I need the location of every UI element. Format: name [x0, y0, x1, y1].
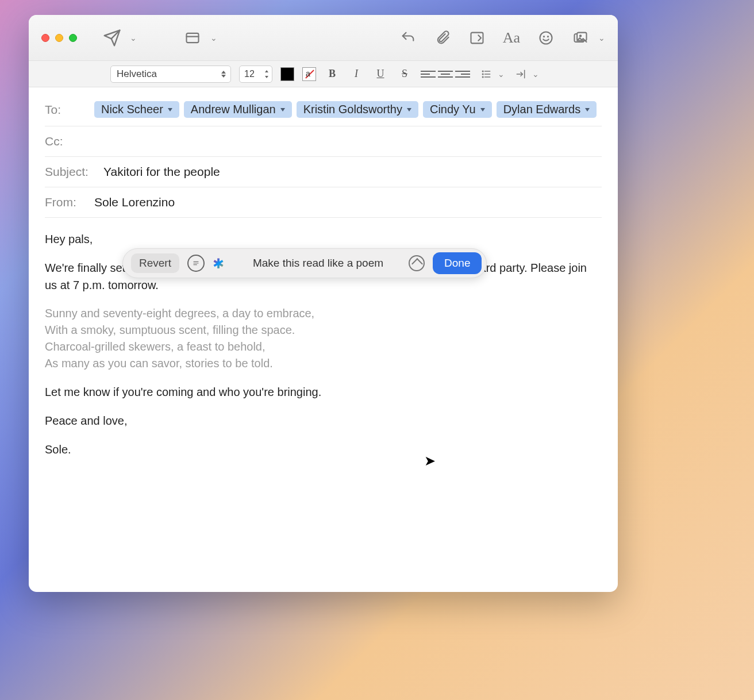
poem-line: As many as you can savor, stories to be …	[45, 355, 602, 372]
attach-button[interactable]	[430, 26, 455, 50]
markup-button[interactable]	[465, 26, 489, 50]
done-button[interactable]: Done	[433, 252, 482, 274]
subject-row[interactable]: Subject: Yakitori for the people	[45, 157, 602, 187]
from-label: From:	[45, 195, 86, 209]
photo-browser-button[interactable]	[568, 26, 593, 50]
align-left-button[interactable]	[421, 68, 436, 80]
subject-value: Yakitori for the people	[103, 165, 220, 179]
header-fields-dropdown[interactable]: ⌄	[210, 33, 217, 43]
body-paragraph: Hey pals,	[45, 230, 602, 248]
svg-point-14	[482, 76, 483, 78]
message-headers: To: Nick Scheer Andrew Mulligan Kristin …	[29, 87, 618, 218]
format-bar: Helvetica 12 B I U S ⌄ ⌄	[29, 61, 618, 87]
recipient-chip[interactable]: Dylan Edwards	[497, 101, 597, 118]
body-paragraph: Let me know if you're coming and who you…	[45, 383, 602, 401]
subject-label: Subject:	[45, 165, 95, 179]
indent-dropdown[interactable]: ⌄	[532, 70, 539, 79]
list-button[interactable]	[478, 66, 494, 82]
align-center-button[interactable]	[438, 68, 453, 80]
bold-button[interactable]: B	[324, 66, 340, 82]
send-options-dropdown[interactable]: ⌄	[130, 33, 137, 43]
format-button[interactable]: Aa	[499, 26, 524, 50]
body-paragraph: Sole.	[45, 441, 602, 458]
window-controls	[41, 34, 77, 42]
svg-point-12	[482, 71, 483, 72]
underline-button[interactable]: U	[372, 66, 388, 82]
send-button[interactable]	[100, 26, 124, 50]
text-color-swatch[interactable]	[280, 67, 294, 81]
svg-point-5	[548, 36, 548, 37]
recipient-chip[interactable]: Cindy Yu	[423, 101, 492, 118]
body-paragraph: Peace and love,	[45, 412, 602, 429]
align-right-button[interactable]	[455, 68, 470, 80]
compose-window: ⌄ ⌄ Aa ⌄ Helvetica 12 B	[29, 15, 618, 592]
to-label: To:	[45, 103, 86, 117]
indent-button[interactable]	[513, 66, 529, 82]
writing-tools-list-icon[interactable]	[187, 255, 205, 272]
cc-row[interactable]: Cc:	[45, 126, 602, 157]
minimize-window-button[interactable]	[55, 34, 63, 42]
poem-line: With a smoky, sumptuous scent, filling t…	[45, 322, 602, 339]
photo-dropdown[interactable]: ⌄	[598, 33, 605, 43]
svg-point-3	[540, 32, 552, 44]
emoji-button[interactable]	[534, 26, 558, 50]
recipient-chip[interactable]: Andrew Mulligan	[184, 101, 292, 118]
regenerate-icon[interactable]	[409, 255, 425, 271]
recipient-chips: Nick Scheer Andrew Mulligan Kristin Gold…	[94, 101, 597, 118]
revert-button[interactable]: Revert	[131, 253, 179, 273]
reply-button[interactable]	[396, 26, 420, 50]
maximize-window-button[interactable]	[69, 34, 77, 42]
header-fields-button[interactable]	[180, 26, 205, 50]
svg-point-13	[482, 74, 483, 75]
to-row[interactable]: To: Nick Scheer Andrew Mulligan Kristin …	[45, 93, 602, 126]
from-value: Sole Lorenzino	[94, 195, 175, 209]
list-dropdown[interactable]: ⌄	[498, 70, 505, 79]
recipient-chip[interactable]: Kristin Goldsworthy	[297, 101, 418, 118]
close-window-button[interactable]	[41, 34, 49, 42]
strikethrough-button[interactable]: S	[397, 66, 413, 82]
svg-rect-0	[187, 33, 199, 42]
titlebar: ⌄ ⌄ Aa ⌄	[29, 15, 618, 61]
poem-line: Charcoal-grilled skewers, a feast to beh…	[45, 339, 602, 355]
writing-tools-bar: Revert Make this read like a poem Done	[122, 248, 487, 278]
cc-label: Cc:	[45, 134, 86, 148]
poem-line: Sunny and seventy-eight degrees, a day t…	[45, 305, 602, 322]
italic-button[interactable]: I	[348, 66, 364, 82]
from-row[interactable]: From: Sole Lorenzino	[45, 187, 602, 218]
apple-intelligence-icon[interactable]	[213, 256, 228, 271]
svg-point-4	[544, 36, 544, 37]
font-family-select[interactable]: Helvetica	[110, 66, 231, 83]
text-highlight-swatch[interactable]	[302, 67, 316, 81]
ai-generated-poem: Sunny and seventy-eight degrees, a day t…	[45, 305, 602, 372]
recipient-chip[interactable]: Nick Scheer	[94, 101, 179, 118]
font-size-select[interactable]: 12	[239, 66, 272, 83]
ai-prompt-text: Make this read like a poem	[253, 257, 383, 270]
